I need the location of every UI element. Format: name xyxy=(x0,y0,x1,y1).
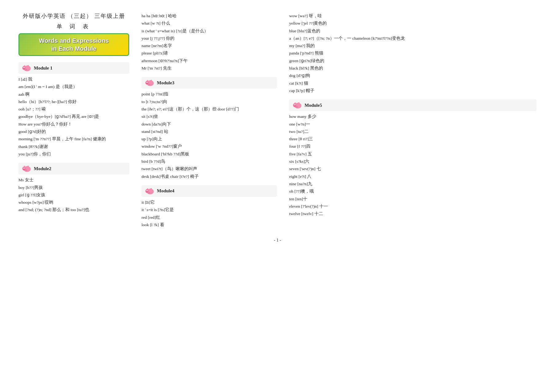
word-entry-item: down [da?n]向下 xyxy=(142,121,277,128)
section-title: 单 词 表 xyxy=(18,23,129,30)
word-entry-item: dog [d?ɡ]狗 xyxy=(289,72,537,79)
svg-point-33 xyxy=(146,190,147,191)
word-entry-item: afternoon [ɑ?ft?'nu?n]下午 xyxy=(142,57,277,65)
module2-header: Module2 xyxy=(18,163,129,174)
word-entry-item: Mr ['m ?st?] 先生 xyxy=(142,65,277,72)
svg-point-45 xyxy=(295,106,297,108)
book-title: 外研版小学英语 （三起） 三年级上册 xyxy=(18,12,129,20)
word-entry-item: and [?nd; (?)n; ?nd] 那么；和 too [tu?]也 xyxy=(18,206,129,214)
word-entry-item: black [bl?k] 黑色的 xyxy=(289,65,537,72)
word-entry-item: wow [wa?] 呀，哇 xyxy=(289,12,537,20)
word-entry-item: it ' s=it is [?ts]它是 xyxy=(142,206,277,214)
word-entry-item: tweet [twi?t]（鸟）啾啾的叫声 xyxy=(142,165,277,173)
word-entry-item: four [f ??]四 xyxy=(289,143,537,150)
word-entry-item: I [aɪ] 我 xyxy=(18,76,129,83)
svg-point-43 xyxy=(294,104,295,105)
word-entry-item: look [l ?k] 看 xyxy=(142,221,277,229)
word-entry-item: blue [blu?]蓝色的 xyxy=(289,27,537,35)
word-entry-item: blackboard ['bl?kb ??d]黑板 xyxy=(142,150,277,158)
word-entry-item: you [ju?]你，你们 xyxy=(18,150,129,158)
word-entry-item: ha ha [hɑːhɑː] 哈哈 xyxy=(142,12,277,20)
word-entry-item: bird [b ??d]鸟 xyxy=(142,158,277,165)
svg-point-15 xyxy=(25,170,27,171)
word-entry-item: ten [ten]十 xyxy=(289,195,537,203)
word-entry-item: the [ðe?; e?; ei?]这（那）个，这（那）些 door [d??]… xyxy=(142,106,277,113)
module5-header: Module5 xyxy=(289,99,537,111)
module5-label: Module5 xyxy=(305,103,322,108)
word-entry-item: ooh [u?；??] 嗬 xyxy=(18,106,129,113)
module3-header: Module3 xyxy=(142,77,277,89)
word-entry-item: eight [e?t] 八 xyxy=(289,173,537,180)
svg-point-37 xyxy=(149,193,150,193)
word-entry-item: your [j ??;j??] 你的 xyxy=(142,35,277,42)
module2-entries: Ms 女士boy [b??]男孩girl [ɡ ??l]女孩whoops [w?… xyxy=(18,176,129,214)
module3-label: Module3 xyxy=(157,80,174,86)
svg-point-44 xyxy=(295,104,296,105)
word-entry-item: stand [st?nd] 站 xyxy=(142,128,277,135)
svg-point-5 xyxy=(25,69,27,70)
word-entry-item: what [w ?t] 什么 xyxy=(142,20,277,27)
word-entry-item: twelve [twelv] 十二 xyxy=(289,210,537,218)
page-container: 外研版小学英语 （三起） 三年级上册 单 词 表 Words and Expre… xyxy=(18,12,537,229)
word-entry-item: thank [θ??k]谢谢 xyxy=(18,143,129,150)
right-panel: wow [wa?] 呀，哇yellow ['jel ??]黄色的blue [bl… xyxy=(283,12,537,229)
banner-line2: in Each Module xyxy=(22,45,125,53)
svg-point-4 xyxy=(24,67,25,68)
module4-entries: it [ɪt]它it ' s=it is [?ts]它是red [red]红lo… xyxy=(142,199,277,229)
module4-label: Module4 xyxy=(157,188,174,194)
module5-entries: how many 多少one [w?n]一two [tu?]二three [θ … xyxy=(289,113,537,218)
word-entry-item: cap [k?p] 帽子 xyxy=(289,87,537,94)
word-entry-item: aah 啊 xyxy=(18,91,129,98)
svg-point-17 xyxy=(26,170,26,171)
word-entry-item: hello（hi）[h?'l??; he-][ha?] 你好 xyxy=(18,98,129,106)
word-entry-item: girl [ɡ ??l]女孩 xyxy=(18,191,129,199)
word-entry-item: window ['w ?nd??]窗户 xyxy=(142,143,277,150)
word-entry-item: How are you?你好么？你好！ xyxy=(18,121,129,128)
word-entry-item: six [s?ks]六 xyxy=(289,158,537,165)
word-entry-item: good [ɡ?d]好的 xyxy=(18,128,129,135)
svg-point-42 xyxy=(293,104,296,107)
page-number: - 1 - xyxy=(18,238,537,243)
word-entry-item: eleven [?'lev(?)n] 十一 xyxy=(289,203,537,210)
word-entry-item: one [w?n]一 xyxy=(289,121,537,128)
pig-icon-module3 xyxy=(144,78,155,87)
center-top-entries: ha ha [hɑːhɑː] 哈哈what [w ?t] 什么is (what … xyxy=(142,12,277,72)
word-entry-item: three [θ ri?]三 xyxy=(289,135,537,143)
module1-header: Module 1 xyxy=(18,62,129,74)
pig-icon-module1 xyxy=(21,63,32,73)
svg-point-6 xyxy=(25,70,26,70)
svg-point-2 xyxy=(23,66,26,70)
word-entry-item: please [pli?z]请 xyxy=(142,50,277,57)
pig-icon-module2 xyxy=(21,164,32,173)
svg-point-3 xyxy=(23,67,24,68)
word-entry-item: nine [na?n]九 xyxy=(289,180,537,188)
word-entry-item: red [red]红 xyxy=(142,214,277,221)
word-entry-item: two [tu?]二 xyxy=(289,128,537,135)
word-entry-item: how many 多少 xyxy=(289,113,537,120)
word-entry-item: it [ɪt]它 xyxy=(142,199,277,206)
word-entry-item: desk [desk]书桌 chair [t?e?] 椅子 xyxy=(142,173,277,180)
svg-point-36 xyxy=(148,193,149,193)
svg-point-27 xyxy=(149,84,150,85)
module1-entries: I [aɪ] 我am [em](I ' m = I am) 是（我是）aah 啊… xyxy=(18,76,129,158)
svg-point-7 xyxy=(26,70,26,70)
svg-point-25 xyxy=(148,84,150,85)
word-entry-item: morning ['m ??n??] 早晨，上午 fine [fa?n] 健康的 xyxy=(18,135,129,143)
word-entry-item: Ms 女士 xyxy=(18,176,129,184)
word-entry-item: am [em](I ' m = I am) 是（我是） xyxy=(18,83,129,90)
svg-point-47 xyxy=(297,107,297,107)
word-entry-item: seven ['sev(?)n] 七 xyxy=(289,165,537,173)
svg-point-26 xyxy=(148,84,149,85)
module4-header: Module4 xyxy=(142,185,277,197)
word-entry-item: my [ma?] 我的 xyxy=(289,42,537,50)
svg-point-16 xyxy=(25,170,26,171)
word-entry-item: oh [??]噢，哦 xyxy=(289,188,537,195)
svg-point-14 xyxy=(24,168,25,169)
svg-point-46 xyxy=(296,107,297,107)
svg-point-23 xyxy=(146,82,147,83)
word-entry-item: point [p ??nt]指 xyxy=(142,90,277,98)
module1-label: Module 1 xyxy=(34,66,52,71)
word-entry-item: is (what ' s=what is) [?z]是（是什么） xyxy=(142,27,277,35)
banner-line1: Words and Expressions xyxy=(22,37,125,45)
word-entry-item: name [ne?m]名字 xyxy=(142,42,277,50)
